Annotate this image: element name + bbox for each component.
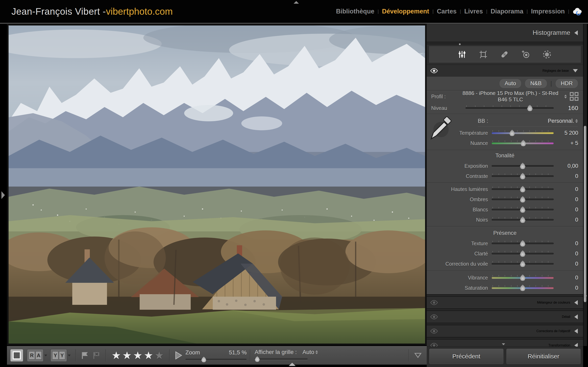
- temperature-value[interactable]: 5 200: [554, 130, 578, 136]
- loupe-view[interactable]: [7, 24, 427, 345]
- vibrance-value[interactable]: 0: [554, 275, 578, 281]
- reference-compare-button[interactable]: RA: [27, 349, 43, 362]
- saturation-slider-thumb[interactable]: [520, 285, 526, 291]
- show-filmstrip-arrow[interactable]: [289, 363, 296, 366]
- whites-value[interactable]: 0: [554, 207, 578, 213]
- blacks-value[interactable]: 0: [554, 217, 578, 223]
- zoom-value[interactable]: 51,5 %: [229, 349, 247, 356]
- tint-slider[interactable]: [492, 142, 554, 144]
- panel-switch-eye-icon[interactable]: [430, 300, 438, 305]
- panel-switch-eye-icon[interactable]: [430, 314, 438, 320]
- flag-reject-icon[interactable]: [93, 351, 101, 359]
- module-slideshow[interactable]: Diaporama: [487, 8, 527, 15]
- reference-compare-caret[interactable]: [44, 355, 47, 356]
- dehaze-slider[interactable]: [492, 263, 554, 265]
- toolbar-options-icon[interactable]: [414, 352, 422, 359]
- star-icon[interactable]: ★: [112, 349, 121, 361]
- star-icon[interactable]: ★: [133, 349, 143, 361]
- amount-slider[interactable]: [466, 107, 554, 109]
- module-book[interactable]: Livres: [461, 8, 486, 15]
- zoom-slider[interactable]: [185, 359, 247, 360]
- before-after-button[interactable]: YY: [51, 349, 67, 362]
- vibrance-slider[interactable]: [492, 277, 554, 279]
- shadows-slider[interactable]: [492, 199, 554, 200]
- star-icon[interactable]: ★: [144, 349, 153, 361]
- texture-value[interactable]: 0: [554, 240, 578, 247]
- texture-slider-thumb[interactable]: [520, 240, 526, 247]
- before-after-caret[interactable]: [68, 355, 71, 356]
- dehaze-value[interactable]: 0: [554, 261, 578, 267]
- grid-mode-select[interactable]: Auto: [303, 349, 318, 355]
- loupe-view-button[interactable]: [10, 349, 23, 362]
- tint-value[interactable]: + 5: [554, 140, 578, 146]
- grid-size-slider-thumb[interactable]: [255, 356, 260, 362]
- star-icon[interactable]: ★: [155, 349, 164, 361]
- zoom-slider-thumb[interactable]: [201, 357, 206, 362]
- exposure-slider[interactable]: [492, 165, 554, 167]
- hide-top-panel-arrow[interactable]: [294, 1, 299, 4]
- dehaze-slider-thumb[interactable]: [520, 261, 526, 267]
- color-mixer-panel-header[interactable]: Mélangeur de couleurs: [427, 297, 583, 309]
- clarity-slider[interactable]: [492, 253, 554, 255]
- module-print[interactable]: Impression: [528, 8, 568, 15]
- saturation-slider[interactable]: [492, 287, 554, 289]
- highlights-slider[interactable]: [492, 188, 554, 190]
- whites-slider-thumb[interactable]: [520, 206, 526, 213]
- clarity-slider-thumb[interactable]: [520, 250, 526, 257]
- highlights-value[interactable]: 0: [554, 186, 578, 192]
- module-library[interactable]: Bibliothèque: [333, 8, 378, 15]
- vibrance-slider-thumb[interactable]: [520, 275, 526, 281]
- shadows-slider-thumb[interactable]: [520, 196, 526, 203]
- profile-value[interactable]: 8886 - iPhone 15 Pro Max (Ph.) - St-Red …: [458, 90, 563, 103]
- texture-slider[interactable]: [492, 243, 554, 244]
- cloud-sync-icon[interactable]: [572, 8, 583, 15]
- blacks-slider[interactable]: [492, 219, 554, 221]
- basic-panel-header[interactable]: Réglages de base: [427, 65, 583, 77]
- temperature-slider-thumb[interactable]: [509, 130, 515, 136]
- profile-stepper-icon[interactable]: [564, 95, 567, 99]
- star-rating[interactable]: ★★★★★: [112, 349, 164, 361]
- healing-icon[interactable]: [500, 50, 509, 59]
- detail-panel-header[interactable]: Détail: [427, 311, 583, 323]
- contrast-value[interactable]: 0: [554, 173, 578, 179]
- previous-button[interactable]: Précédent: [429, 349, 503, 364]
- contrast-slider-thumb[interactable]: [520, 173, 526, 179]
- hide-right-panel-arrow[interactable]: [584, 293, 587, 299]
- contrast-slider[interactable]: [492, 175, 554, 177]
- exposure-slider-thumb[interactable]: [520, 163, 526, 169]
- edit-sliders-icon[interactable]: [458, 50, 467, 59]
- star-icon[interactable]: ★: [122, 349, 132, 361]
- amount-value[interactable]: 160: [554, 105, 578, 111]
- photo-landscape-alps[interactable]: [9, 25, 425, 343]
- reset-button[interactable]: Réinitialiser: [506, 349, 581, 364]
- show-left-panel-arrow[interactable]: [1, 191, 5, 199]
- hdr-button[interactable]: HDR: [555, 79, 579, 88]
- wb-value[interactable]: Personnal.: [548, 118, 574, 124]
- grid-mode-value[interactable]: Auto: [303, 349, 314, 355]
- amount-slider-thumb[interactable]: [527, 105, 533, 111]
- profile-browser-icon[interactable]: [570, 92, 579, 101]
- panel-switch-eye-icon[interactable]: [430, 68, 438, 74]
- red-eye-icon[interactable]: [521, 50, 530, 59]
- flag-pick-icon[interactable]: [81, 351, 89, 359]
- shadows-value[interactable]: 0: [554, 196, 578, 203]
- whites-slider[interactable]: [492, 209, 554, 211]
- module-map[interactable]: Cartes: [434, 8, 460, 15]
- panel-scrollbar-thumb[interactable]: [584, 126, 586, 302]
- module-develop[interactable]: Développement: [379, 8, 432, 15]
- auto-button[interactable]: Auto: [499, 79, 522, 88]
- play-slideshow-icon[interactable]: [174, 350, 183, 360]
- temperature-slider[interactable]: [492, 132, 554, 134]
- wb-stepper-icon[interactable]: [575, 119, 578, 123]
- highlights-slider-thumb[interactable]: [520, 186, 526, 192]
- panel-switch-eye-icon[interactable]: [430, 328, 438, 334]
- lens-corrections-panel-header[interactable]: Corrections de l'objectif: [427, 325, 583, 337]
- bw-button[interactable]: N&B: [525, 79, 547, 88]
- masking-icon[interactable]: [543, 50, 552, 59]
- clarity-value[interactable]: 0: [554, 250, 578, 257]
- saturation-value[interactable]: 0: [554, 285, 578, 291]
- histogram-panel-header[interactable]: Histogramme: [427, 24, 583, 42]
- exposure-value[interactable]: 0,00: [554, 163, 578, 169]
- crop-icon[interactable]: [479, 50, 488, 59]
- tint-slider-thumb[interactable]: [521, 140, 526, 146]
